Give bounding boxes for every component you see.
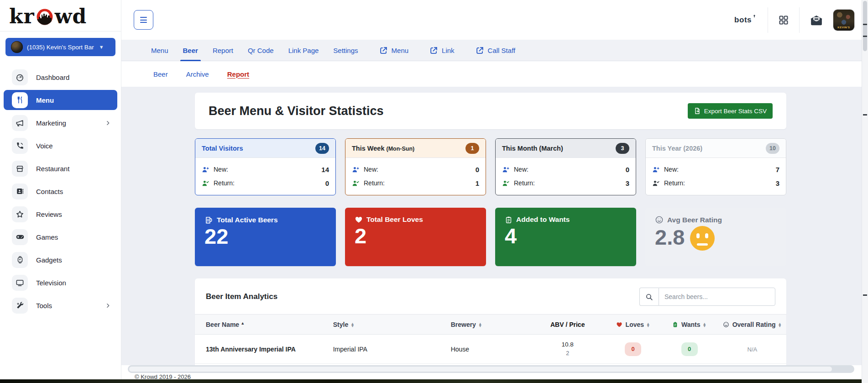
table-row[interactable]: 13th Anniversary Imperial IPA Imperial I… [195, 335, 786, 364]
external-link-call-staff[interactable]: Call Staff [468, 40, 523, 61]
sidebar-item-games[interactable]: Games [4, 227, 117, 247]
neutral-face-emoji-icon [690, 226, 715, 251]
external-link-icon [476, 46, 484, 55]
sidebar-item-label: Tools [36, 302, 52, 310]
horizontal-scrollbar[interactable] [128, 365, 854, 373]
metric-value: 2 [355, 224, 476, 248]
person-plus-icon [352, 166, 360, 173]
external-link-link[interactable]: Link [422, 40, 462, 61]
tab-report[interactable]: Report [205, 40, 241, 61]
divider [768, 7, 768, 33]
tab-qr-code[interactable]: Qr Code [241, 40, 281, 61]
new-count: 0 [626, 166, 629, 173]
krowd-logo-wd: wd [55, 6, 87, 26]
bots-label: bots [734, 16, 752, 25]
return-count: 1 [476, 179, 479, 187]
file-export-icon [694, 107, 701, 115]
count-badge: 3 [616, 143, 629, 154]
search-icon [639, 288, 659, 306]
card-total-beer-loves: Total Beer Loves 2 [345, 208, 486, 266]
subtab-report[interactable]: Report [220, 70, 256, 78]
sidebar-item-contacts[interactable]: Contacts [4, 181, 117, 201]
sidebar-item-voice[interactable]: Voice [4, 136, 117, 156]
apps-grid-icon[interactable] [778, 15, 789, 26]
krowd-logo-skyline-icon [36, 8, 53, 26]
sidebar-item-label: Restaurant [36, 165, 69, 173]
search-input[interactable] [659, 288, 775, 306]
bots-logo[interactable]: bots [734, 16, 758, 25]
subtab-archive[interactable]: Archive [179, 70, 216, 78]
tab-settings[interactable]: Settings [326, 40, 365, 61]
sort-icon: ▲▼ [646, 323, 650, 328]
metric-cards-row: Total Active Beers 22 Total Beer Loves 2… [195, 208, 786, 266]
beer-mug-icon [204, 215, 213, 224]
sidebar-item-reviews[interactable]: Reviews [4, 204, 117, 224]
person-check-icon [202, 179, 209, 187]
sidebar-item-menu[interactable]: Menu [4, 90, 117, 110]
subtab-beer[interactable]: Beer [146, 70, 175, 78]
sidebar-item-restaurant[interactable]: Restaurant [4, 158, 117, 178]
content-area: Beer Menu & Visitor Statistics Export Be… [121, 87, 868, 365]
rating-value: N/A [748, 346, 758, 353]
avatar-label: KEVIN'S [833, 26, 854, 29]
org-selector-button[interactable]: (1035) Kevin's Sport Bar ▼ [5, 38, 115, 56]
clipboard-icon [505, 216, 512, 224]
sidebar-toggle-button[interactable] [134, 10, 153, 30]
col-style[interactable]: Style▲▼ [329, 315, 446, 335]
tools-icon [12, 298, 28, 314]
sidebar-item-television[interactable]: Television [4, 273, 117, 293]
col-brewery[interactable]: Brewery▲▼ [446, 315, 530, 335]
caret-down-icon: ▼ [99, 44, 104, 50]
org-label: (1035) Kevin's Sport Bar [27, 44, 94, 51]
wants-pill: 0 [681, 342, 698, 356]
sort-icon: ▲▼ [478, 323, 482, 328]
col-wants[interactable]: Wants▲▼ [660, 315, 718, 335]
sidebar-item-label: Voice [36, 142, 53, 150]
sidebar-nav: Dashboard Menu Marketing Voice [0, 60, 121, 315]
sidebar-item-dashboard[interactable]: Dashboard [4, 67, 117, 87]
tab-beer[interactable]: Beer [176, 40, 205, 61]
loves-pill: 0 [625, 342, 641, 356]
krowd-logo[interactable]: kr wd [0, 0, 121, 31]
col-beer-name[interactable]: Beer Name▲ [195, 315, 329, 335]
person-check-icon [352, 179, 360, 187]
return-count: 3 [776, 179, 779, 187]
new-count: 7 [776, 166, 779, 173]
col-overall-rating[interactable]: Overall Rating▲▼ [718, 315, 786, 335]
tab-link-page[interactable]: Link Page [281, 40, 326, 61]
sidebar-item-tools[interactable]: Tools [4, 295, 117, 315]
top-header: bots KEVIN'S [121, 0, 868, 40]
visitor-cards-row: Total Visitors 14 New:14 Return:0 [195, 138, 786, 195]
sidebar-item-marketing[interactable]: Marketing [4, 113, 117, 133]
card-this-week: This Week (Mon-Sun) 1 New:0 Return:1 [345, 138, 486, 195]
sidebar-item-label: Gadgets [36, 256, 62, 264]
smiley-icon [655, 215, 664, 224]
tab-menu[interactable]: Menu [144, 40, 176, 61]
person-plus-icon [502, 166, 510, 173]
beer-analytics-table: Beer Name▲ Style▲▼ Brewery▲▼ ABV / Price… [195, 314, 786, 365]
user-avatar[interactable]: KEVIN'S [833, 10, 854, 31]
metric-value: 4 [505, 224, 627, 248]
export-csv-button[interactable]: Export Beer Stats CSV [688, 103, 773, 119]
person-check-icon [652, 179, 660, 187]
cutlery-icon [12, 92, 28, 108]
krowd-logo-kr: kr [9, 6, 35, 26]
mail-icon[interactable] [810, 13, 823, 27]
scrollbar-thumb[interactable] [863, 1, 867, 51]
divider [799, 7, 800, 33]
card-added-to-wants: Added to Wants 4 [495, 208, 636, 266]
smiley-icon [723, 321, 729, 328]
sidebar-item-gadgets[interactable]: Gadgets [4, 250, 117, 270]
col-loves[interactable]: Loves▲▼ [606, 315, 661, 335]
megaphone-icon [12, 115, 28, 131]
vertical-scrollbar[interactable] [862, 0, 868, 383]
sort-icon: ▲▼ [350, 323, 354, 328]
sidebar-item-label: Games [36, 233, 58, 241]
contact-card-icon [12, 184, 28, 199]
person-check-icon [502, 179, 510, 187]
org-avatar [11, 41, 23, 53]
external-link-menu[interactable]: Menu [372, 40, 416, 61]
return-count: 3 [626, 179, 629, 187]
heart-icon [616, 321, 622, 328]
phone-icon [12, 138, 28, 154]
